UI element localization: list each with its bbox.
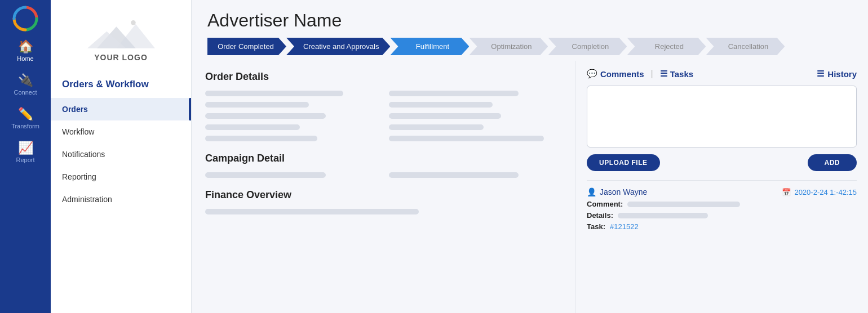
skeleton-row — [205, 136, 317, 141]
history-icon: ☰ — [817, 69, 824, 79]
campaign-detail-title: Campaign Detail — [205, 153, 561, 164]
tab-separator: | — [651, 69, 653, 79]
nav-item-home[interactable]: 🏠 Home — [0, 34, 51, 68]
comment-textarea[interactable] — [587, 86, 857, 147]
username: Jason Wayne — [600, 187, 647, 196]
skeleton-row — [389, 91, 519, 96]
add-button[interactable]: ADD — [808, 154, 857, 171]
upload-file-button[interactable]: UPLOAD FILE — [587, 154, 660, 171]
details-skeleton — [618, 213, 708, 218]
user-icon: 👤 — [587, 187, 596, 196]
report-icon: 📈 — [18, 141, 33, 155]
comment-actions: UPLOAD FILE ADD — [587, 154, 857, 171]
step-label-order-completed: Order Completed — [218, 42, 274, 51]
step-rejected[interactable]: Rejected — [627, 38, 706, 55]
skeleton-row — [389, 113, 501, 119]
skeleton-row — [205, 113, 326, 119]
right-panel-header: 💬 Comments | ☰ Tasks ☰ History — [587, 69, 857, 79]
step-label-optimization: Optimization — [491, 42, 532, 51]
step-creative-approvals[interactable]: Creative and Approvals — [286, 38, 390, 55]
skeleton-row — [205, 124, 300, 130]
nav-item-transform[interactable]: ✏️ Transform — [0, 101, 51, 135]
logo-text: YOUR LOGO — [94, 53, 148, 62]
skeleton-row — [389, 124, 484, 130]
sidebar-section-title: Orders & Workflow — [51, 73, 191, 98]
comment-field-row: Comment: — [587, 200, 857, 208]
step-label-cancellation: Cancellation — [728, 42, 769, 51]
sidebar-item-orders[interactable]: Orders — [51, 98, 191, 120]
comment-user-row: 👤 Jason Wayne 📅 2020-2-24 1:-42:15 — [587, 187, 857, 196]
step-order-completed[interactable]: Order Completed — [207, 38, 286, 55]
comment-label: Comment: — [587, 200, 623, 208]
comment-entry: 👤 Jason Wayne 📅 2020-2-24 1:-42:15 Comme… — [587, 180, 857, 231]
nav-item-report[interactable]: 📈 Report — [0, 135, 51, 169]
comments-label: Comments — [600, 69, 644, 79]
sidebar: YOUR LOGO Orders & Workflow Orders Workf… — [51, 0, 192, 313]
skeleton-group-2 — [205, 172, 561, 184]
step-label-creative-approvals: Creative and Approvals — [303, 42, 379, 51]
task-link[interactable]: #121522 — [610, 222, 639, 231]
step-label-fulfillment: Fulfillment — [416, 42, 449, 51]
tasks-label: Tasks — [670, 69, 693, 79]
nav-item-connect[interactable]: 🔌 Connect — [0, 68, 51, 101]
skeleton-row — [389, 136, 544, 141]
sidebar-item-notifications[interactable]: Notifications — [51, 143, 191, 166]
skeleton-row — [389, 172, 519, 178]
nav-label-transform: Transform — [11, 123, 39, 129]
logo-mountains-svg — [76, 17, 166, 51]
sidebar-label-administration: Administration — [62, 195, 112, 204]
date-info: 📅 2020-2-24 1:-42:15 — [782, 188, 857, 196]
finance-overview-title: Finance Overview — [205, 189, 561, 201]
nav-label-home: Home — [17, 55, 33, 62]
skeleton-group-1 — [205, 91, 561, 147]
main-body: Order Details Campaign Det — [192, 61, 868, 313]
sidebar-label-notifications: Notifications — [62, 150, 105, 159]
order-details-title: Order Details — [205, 71, 561, 83]
tab-tasks[interactable]: ☰ Tasks — [660, 69, 693, 79]
step-label-completion: Completion — [572, 42, 609, 51]
right-panel-tabs: 💬 Comments | ☰ Tasks — [587, 69, 693, 79]
tab-comments[interactable]: 💬 Comments — [587, 69, 644, 79]
step-fulfillment[interactable]: Fulfillment — [390, 38, 469, 55]
sidebar-label-orders: Orders — [62, 105, 88, 114]
step-label-rejected: Rejected — [655, 42, 684, 51]
skeleton-row — [205, 91, 343, 96]
sidebar-item-administration[interactable]: Administration — [51, 188, 191, 211]
nav-label-connect: Connect — [14, 89, 37, 96]
skeleton-row — [205, 102, 309, 108]
skeleton-row — [205, 172, 326, 178]
transform-icon: ✏️ — [18, 107, 33, 122]
details-label: Details: — [587, 211, 613, 220]
comments-icon: 💬 — [587, 69, 597, 79]
main-content: Advertiser Name Order Completed Creative… — [192, 0, 868, 313]
main-header: Advertiser Name Order Completed Creative… — [192, 0, 868, 61]
connect-icon: 🔌 — [18, 73, 33, 88]
page-title: Advertiser Name — [207, 10, 852, 31]
skeleton-row — [389, 102, 493, 108]
right-panel: 💬 Comments | ☰ Tasks ☰ History UPLOAD FI… — [575, 61, 868, 313]
comment-date: 2020-2-24 1:-42:15 — [794, 188, 857, 196]
comment-skeleton — [627, 202, 740, 207]
skeleton-group-3 — [205, 209, 561, 220]
history-button[interactable]: ☰ History — [817, 69, 857, 79]
nav-label-report: Report — [16, 157, 34, 163]
skeleton-row — [205, 209, 419, 214]
tasks-icon: ☰ — [660, 69, 667, 79]
home-icon: 🏠 — [18, 39, 33, 54]
sidebar-item-workflow[interactable]: Workflow — [51, 120, 191, 143]
order-panel: Order Details Campaign Det — [192, 61, 575, 313]
user-info: 👤 Jason Wayne — [587, 187, 647, 196]
app-logo — [12, 6, 38, 34]
task-row: Task: #121522 — [587, 222, 857, 231]
task-label: Task: — [587, 222, 605, 231]
sidebar-label-reporting: Reporting — [62, 172, 96, 181]
logo-area: YOUR LOGO — [51, 11, 191, 73]
sidebar-item-reporting[interactable]: Reporting — [51, 166, 191, 188]
history-label: History — [827, 69, 857, 79]
step-optimization[interactable]: Optimization — [469, 38, 548, 55]
details-field-row: Details: — [587, 211, 857, 220]
svg-point-4 — [131, 20, 136, 25]
step-cancellation[interactable]: Cancellation — [706, 38, 785, 55]
step-completion[interactable]: Completion — [548, 38, 627, 55]
nav-bar: 🏠 Home 🔌 Connect ✏️ Transform 📈 Report — [0, 0, 51, 313]
